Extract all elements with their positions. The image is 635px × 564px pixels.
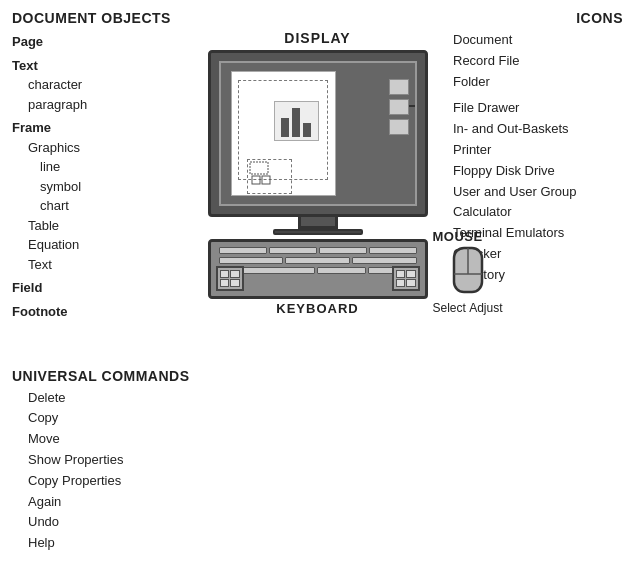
keyboard-row-3 bbox=[219, 267, 417, 274]
universal-cmd-again: Again bbox=[12, 492, 190, 513]
screen-icon-3 bbox=[389, 119, 409, 135]
key-5 bbox=[219, 257, 284, 264]
key-1 bbox=[219, 247, 267, 254]
chart-bar-3 bbox=[303, 123, 311, 137]
adjust-label: Adjust bbox=[469, 301, 502, 315]
doc-item-graphics: Graphics bbox=[12, 138, 172, 158]
keyboard-wrap: MOUSE Select Adjust bbox=[208, 239, 428, 299]
mini-key-3 bbox=[220, 279, 230, 287]
monitor-stand bbox=[298, 217, 338, 229]
mini-key-2 bbox=[230, 270, 240, 278]
mouse-label: MOUSE bbox=[433, 229, 503, 244]
universal-section: UNIVERSAL COMMANDS Delete Copy Move Show… bbox=[12, 368, 190, 554]
center-column: DISPLAY bbox=[155, 30, 480, 316]
svg-rect-1 bbox=[252, 176, 260, 184]
mini-key-7 bbox=[396, 279, 406, 287]
keyboard-row-2 bbox=[219, 257, 417, 264]
universal-cmd-help: Help bbox=[12, 533, 190, 554]
mouse-svg bbox=[450, 246, 486, 298]
keyboard-label: KEYBOARD bbox=[155, 301, 480, 316]
doc-item-paragraph: paragraph bbox=[12, 95, 172, 115]
mini-key-8 bbox=[406, 279, 416, 287]
doc-item-text2: Text bbox=[12, 255, 172, 275]
chart-bar-2 bbox=[292, 108, 300, 137]
keyboard-right-numpad bbox=[392, 266, 420, 291]
key-6 bbox=[285, 257, 350, 264]
nested-icon-svg bbox=[248, 160, 291, 193]
screen-content bbox=[227, 69, 409, 198]
doc-item-page: Page bbox=[12, 32, 172, 52]
monitor-base bbox=[273, 229, 363, 235]
doc-item-line: line bbox=[12, 157, 172, 177]
mini-key-5 bbox=[396, 270, 406, 278]
mouse-area: MOUSE Select Adjust bbox=[433, 229, 503, 315]
select-adjust-labels: Select Adjust bbox=[433, 301, 503, 315]
doc-item-table: Table bbox=[12, 216, 172, 236]
doc-item-frame: Frame bbox=[12, 118, 172, 138]
doc-item-footnote: Footnote bbox=[12, 302, 172, 322]
key-3 bbox=[319, 247, 367, 254]
key-7 bbox=[352, 257, 417, 264]
screen-dotted bbox=[238, 80, 328, 180]
doc-item-field: Field bbox=[12, 278, 172, 298]
key-2 bbox=[269, 247, 317, 254]
doc-objects-title: DOCUMENT OBJECTS bbox=[12, 10, 172, 26]
select-label: Select bbox=[433, 301, 466, 315]
doc-item-equation: Equation bbox=[12, 235, 172, 255]
keyboard-row-1 bbox=[219, 247, 417, 254]
monitor-screen bbox=[219, 61, 417, 206]
chart-bar-1 bbox=[281, 118, 289, 137]
svg-rect-0 bbox=[250, 162, 268, 174]
key-4 bbox=[369, 247, 417, 254]
universal-cmd-move: Move bbox=[12, 429, 190, 450]
doc-item-chart: chart bbox=[12, 196, 172, 216]
keyboard-outer bbox=[208, 239, 428, 299]
left-column: DOCUMENT OBJECTS Page Text character par… bbox=[12, 10, 172, 321]
screen-dotted2 bbox=[247, 159, 292, 194]
universal-cmd-delete: Delete bbox=[12, 388, 190, 409]
screen-page bbox=[231, 71, 336, 196]
screen-chart bbox=[274, 101, 319, 141]
doc-item-text: Text bbox=[12, 56, 172, 76]
screen-icons-right bbox=[389, 79, 409, 135]
page-container: DOCUMENT OBJECTS Page Text character par… bbox=[0, 0, 635, 564]
universal-title: UNIVERSAL COMMANDS bbox=[12, 368, 190, 384]
monitor bbox=[208, 50, 428, 235]
universal-cmd-show-properties: Show Properties bbox=[12, 450, 190, 471]
keyboard-left-numpad bbox=[216, 266, 244, 291]
universal-cmd-undo: Undo bbox=[12, 512, 190, 533]
svg-rect-2 bbox=[262, 176, 270, 184]
doc-item-symbol: symbol bbox=[12, 177, 172, 197]
doc-item-character: character bbox=[12, 75, 172, 95]
dashed-line bbox=[409, 105, 417, 107]
universal-cmd-copy: Copy bbox=[12, 408, 190, 429]
display-label: DISPLAY bbox=[155, 30, 480, 46]
mini-key-4 bbox=[230, 279, 240, 287]
mini-key-1 bbox=[220, 270, 230, 278]
key-8 bbox=[317, 267, 366, 274]
universal-cmd-copy-properties: Copy Properties bbox=[12, 471, 190, 492]
monitor-outer bbox=[208, 50, 428, 217]
mini-key-6 bbox=[406, 270, 416, 278]
screen-icon-1 bbox=[389, 79, 409, 95]
screen-icon-2 bbox=[389, 99, 409, 115]
icons-title: ICONS bbox=[453, 10, 623, 26]
